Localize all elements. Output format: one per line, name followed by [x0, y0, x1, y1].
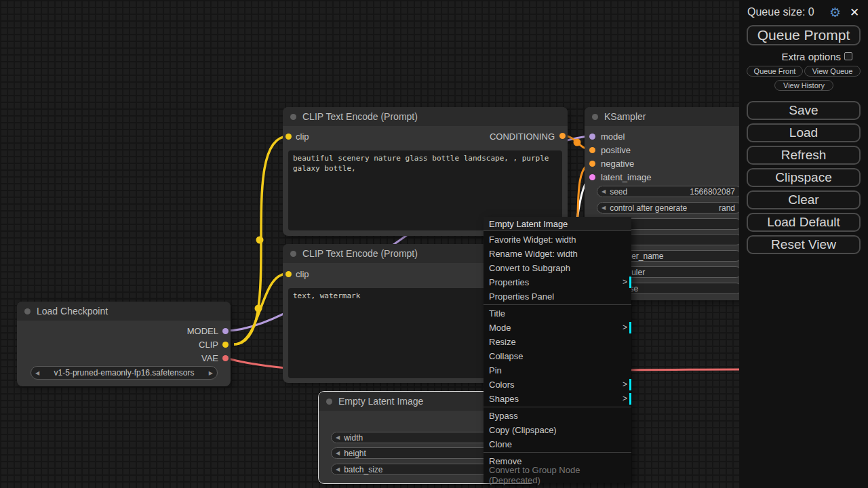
- conditioning-output-dot[interactable]: [559, 133, 566, 139]
- menu-item-collapse[interactable]: Collapse: [484, 349, 631, 363]
- decrement-arrow-icon[interactable]: ◀: [332, 434, 344, 441]
- width-widget[interactable]: ◀ width: [331, 432, 509, 443]
- menu-item-label: Shapes: [489, 394, 519, 404]
- clipspace-button[interactable]: Clipspace: [747, 168, 861, 187]
- menu-item-properties[interactable]: Properties >: [484, 275, 631, 289]
- height-widget[interactable]: ◀ height: [331, 447, 509, 459]
- widget-value: rand: [719, 203, 741, 213]
- menu-item-copy-clipspace[interactable]: Copy (Clipspace): [484, 423, 631, 437]
- node-title: CLIP Text Encode (Prompt): [302, 248, 418, 259]
- close-icon[interactable]: ✕: [850, 5, 859, 19]
- clear-button[interactable]: Clear: [747, 190, 861, 209]
- vae-output-dot[interactable]: [222, 355, 229, 361]
- submenu-highlight-bar: [629, 393, 632, 405]
- decrement-arrow-icon[interactable]: ◀: [332, 450, 344, 456]
- node-collapse-dot-icon[interactable]: [592, 114, 598, 120]
- batch-size-widget[interactable]: ◀ batch_size: [331, 464, 509, 475]
- menu-item-label: Properties: [489, 277, 529, 287]
- node-context-menu: Empty Latent Image Favorite Widget: widt…: [484, 217, 631, 483]
- ckpt-name-value: v1-5-pruned-emaonly-fp16.safetensors: [43, 368, 205, 378]
- menu-item-rename-widget[interactable]: Rename Widget: width: [484, 247, 631, 261]
- settings-gear-icon[interactable]: ⚙: [829, 5, 841, 20]
- latent-image-input-dot[interactable]: [589, 174, 595, 180]
- next-value-arrow-icon[interactable]: ▶: [205, 370, 217, 376]
- load-button[interactable]: Load: [747, 123, 861, 142]
- widget-label: width: [344, 433, 363, 443]
- clip-output-dot[interactable]: [222, 342, 229, 348]
- model-input-label: model: [601, 131, 625, 142]
- node-title: CLIP Text Encode (Prompt): [302, 111, 418, 122]
- save-button[interactable]: Save: [747, 101, 861, 120]
- widget-label: control after generate: [610, 203, 687, 213]
- menu-item-convert-to-subgraph[interactable]: Convert to Subgraph: [484, 261, 631, 275]
- decrement-arrow-icon[interactable]: ◀: [597, 188, 610, 195]
- widget-value: 1566802087: [690, 187, 741, 197]
- load-default-button[interactable]: Load Default: [747, 213, 861, 232]
- node-load-checkpoint[interactable]: Load Checkpoint MODEL CLIP VAE ◀ v1-5-pr…: [17, 302, 231, 386]
- node-graph-canvas[interactable]: Load Checkpoint MODEL CLIP VAE ◀ v1-5-pr…: [0, 0, 868, 488]
- menu-item-label: Colors: [489, 380, 515, 390]
- menu-item-shapes[interactable]: Shapes >: [484, 392, 631, 406]
- menu-item-properties-panel[interactable]: Properties Panel: [484, 289, 631, 304]
- submenu-highlight-bar: [629, 322, 632, 333]
- negative-input-dot[interactable]: [589, 161, 595, 167]
- queue-size-label: Queue size: 0: [747, 6, 814, 18]
- decrement-arrow-icon[interactable]: ◀: [332, 466, 344, 472]
- widget-label: height: [344, 449, 366, 458]
- conditioning-output-label: CONDITIONING: [490, 131, 555, 142]
- view-history-button[interactable]: View History: [774, 80, 833, 91]
- node-title: KSampler: [604, 111, 646, 122]
- ckpt-name-combo[interactable]: ◀ v1-5-pruned-emaonly-fp16.safetensors ▶: [31, 366, 218, 380]
- model-input-dot[interactable]: [589, 134, 595, 140]
- queue-prompt-button[interactable]: Queue Prompt: [747, 25, 861, 45]
- node-title: Load Checkpoint: [37, 306, 108, 317]
- menu-item-resize[interactable]: Resize: [484, 335, 631, 349]
- output-label-vae: VAE: [201, 353, 218, 363]
- view-queue-button[interactable]: View Queue: [804, 66, 861, 77]
- clip-input-label: clip: [296, 269, 309, 279]
- node-title: Empty Latent Image: [338, 396, 423, 407]
- clip-input-dot[interactable]: [285, 134, 292, 140]
- model-output-dot[interactable]: [222, 328, 229, 334]
- output-label-model: MODEL: [187, 326, 218, 336]
- node-collapse-dot-icon[interactable]: [290, 114, 296, 120]
- decrement-arrow-icon[interactable]: ◀: [597, 205, 610, 211]
- node-collapse-dot-icon[interactable]: [24, 308, 31, 314]
- menu-item-colors[interactable]: Colors >: [484, 378, 631, 392]
- node-collapse-dot-icon[interactable]: [290, 251, 296, 257]
- clip-input-label: clip: [296, 131, 309, 142]
- comfy-menu-panel: Queue size: 0 ⚙ ✕ Queue Prompt Extra opt…: [739, 0, 868, 488]
- control-after-generate-widget[interactable]: ◀ control after generate rand: [597, 202, 742, 214]
- link-midpoint-dot[interactable]: [574, 139, 581, 146]
- widget-label: batch_size: [344, 465, 382, 474]
- menu-item-title[interactable]: Title: [484, 306, 631, 321]
- menu-item-bypass[interactable]: Bypass: [484, 409, 631, 423]
- queue-front-button[interactable]: Queue Front: [747, 66, 803, 77]
- latent-image-input-label: latent_image: [601, 172, 651, 182]
- prev-value-arrow-icon[interactable]: ◀: [31, 370, 43, 376]
- menu-item-favorite-widget[interactable]: Favorite Widget: width: [484, 232, 631, 247]
- positive-input-dot[interactable]: [589, 147, 595, 153]
- link-midpoint-dot[interactable]: [255, 305, 262, 312]
- menu-item-convert-to-group-node: Convert to Group Node (Deprecated): [484, 468, 631, 483]
- seed-widget[interactable]: ◀ seed 1566802087: [597, 186, 742, 197]
- extra-options-checkbox[interactable]: [844, 52, 852, 60]
- node-title-bar[interactable]: Load Checkpoint: [17, 302, 231, 321]
- context-menu-header: Empty Latent Image: [484, 217, 631, 230]
- negative-input-label: negative: [601, 159, 634, 169]
- clip-input-dot[interactable]: [285, 271, 292, 277]
- submenu-highlight-bar: [629, 277, 632, 288]
- link-midpoint-dot[interactable]: [256, 237, 264, 244]
- reset-view-button[interactable]: Reset View: [747, 235, 861, 254]
- widget-label: seed: [610, 187, 627, 197]
- menu-item-clone[interactable]: Clone: [484, 437, 631, 451]
- submenu-highlight-bar: [629, 379, 632, 390]
- positive-input-label: positive: [601, 145, 631, 155]
- node-title-bar[interactable]: KSampler: [585, 107, 747, 126]
- extra-options-label: Extra options: [739, 51, 841, 62]
- node-collapse-dot-icon[interactable]: [326, 399, 332, 405]
- menu-item-mode[interactable]: Mode >: [484, 321, 631, 335]
- node-title-bar[interactable]: CLIP Text Encode (Prompt): [283, 107, 568, 126]
- menu-item-pin[interactable]: Pin: [484, 363, 631, 378]
- refresh-button[interactable]: Refresh: [747, 146, 861, 165]
